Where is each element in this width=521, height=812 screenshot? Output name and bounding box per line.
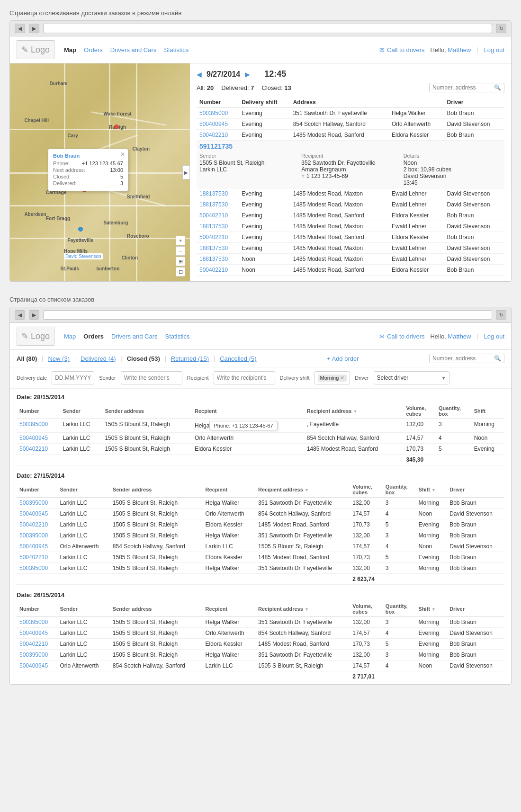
- user-link-2[interactable]: Matthew: [448, 333, 471, 340]
- date-filter-input[interactable]: [52, 371, 94, 384]
- url-bar-1[interactable]: [43, 24, 492, 33]
- order-link-l13[interactable]: 500402210: [19, 641, 48, 647]
- expanded-details-col: Details Noon 2 box; 10,98 cubes David St…: [404, 153, 502, 186]
- map-city-smithfield: Smithfield: [127, 194, 150, 199]
- table-row: 188137530 Evening 1485 Modest Road, Maxt…: [197, 243, 504, 254]
- hello-text-2: Hello, Matthew: [430, 333, 471, 340]
- map-type-btn[interactable]: ⊞: [176, 257, 185, 266]
- popup-close-1[interactable]: ✕: [120, 151, 125, 158]
- user-link-1[interactable]: Matthew: [448, 46, 471, 54]
- filter-new[interactable]: New (3): [48, 355, 70, 362]
- filter-returned[interactable]: Returned (15): [171, 355, 209, 362]
- back-button-2[interactable]: ◀: [15, 310, 25, 320]
- nav-statistics-2[interactable]: Statistics: [165, 333, 189, 340]
- order-link-l15[interactable]: 500400945: [19, 662, 48, 669]
- order-link-l8[interactable]: 500400945: [19, 543, 48, 550]
- expanded-details-time: 13:45: [404, 179, 502, 186]
- order-link-l1[interactable]: 500395000: [19, 421, 48, 428]
- order-link-l3[interactable]: 500402210: [19, 446, 48, 452]
- expanded-cell-1: 591121735 Sender 1505 S Blount St, Ralei…: [197, 141, 504, 188]
- order-link-l10[interactable]: 500395000: [19, 565, 48, 571]
- list-item: 500395000 Larkin LLC 1505 S Blount St, R…: [17, 530, 504, 541]
- refresh-button-1[interactable]: ↻: [496, 24, 506, 33]
- list-item: 500402210 Larkin LLC 1505 S Blount St, R…: [17, 519, 504, 530]
- order-link-4[interactable]: 188137530: [199, 190, 228, 197]
- nav-orders-1[interactable]: Orders: [84, 46, 103, 54]
- map-city-durham: Durham: [50, 81, 68, 86]
- filter-cancelled[interactable]: Cancelled (5): [220, 355, 256, 362]
- driver-filter-dropdown[interactable]: Select driver ▼: [374, 371, 449, 384]
- nav-orders-2[interactable]: Orders: [83, 333, 104, 340]
- search-input-2[interactable]: [432, 355, 494, 362]
- order-link-l12[interactable]: 500400945: [19, 630, 48, 636]
- driver-label-david[interactable]: David Stevenson: [64, 253, 103, 259]
- recipient-filter-input[interactable]: [214, 371, 275, 384]
- back-button-1[interactable]: ◀: [15, 24, 25, 33]
- order-link-3[interactable]: 500402210: [199, 132, 228, 138]
- logout-link-1[interactable]: Log out: [484, 46, 504, 54]
- stat-closed-val: 13: [284, 84, 291, 91]
- order-link-l4[interactable]: 500395000: [19, 500, 48, 506]
- map-expand-btn[interactable]: ▶: [182, 165, 190, 179]
- stat-delivered-1: Delivered: 7: [221, 84, 254, 91]
- order-link-l5[interactable]: 500400945: [19, 510, 48, 517]
- order-link-l7[interactable]: 500395000: [19, 532, 48, 539]
- nav-map-2[interactable]: Map: [64, 333, 76, 340]
- order-link-5[interactable]: 188137530: [199, 201, 228, 208]
- order-link-7[interactable]: 188137530: [199, 223, 228, 230]
- nav-map-1[interactable]: Map: [64, 46, 76, 54]
- browser-frame-1: ◀ ▶ ↻ ✎ Logo Map Orders Drivers and Cars…: [9, 20, 512, 282]
- nav-drivers-1[interactable]: Drivers and Cars: [110, 46, 157, 54]
- list-item: 500402210 Larkin LLC 1505 S Blount St, R…: [17, 552, 504, 563]
- nav-statistics-1[interactable]: Statistics: [164, 46, 189, 54]
- map-street-btn[interactable]: ⊟: [176, 267, 185, 277]
- table-row: 500402210 Noon 1485 Modest Road, Sanford…: [197, 265, 504, 276]
- order-link-l6[interactable]: 500402210: [19, 521, 48, 528]
- search-input-1[interactable]: [432, 84, 494, 91]
- filter-all[interactable]: All (80): [17, 355, 37, 362]
- order-link-l11[interactable]: 500395000: [19, 619, 48, 625]
- zoom-out-btn[interactable]: −: [176, 246, 185, 256]
- sort-icon-1: ▼: [353, 409, 358, 414]
- order-link-11[interactable]: 500402210: [199, 267, 228, 273]
- sender-filter-input[interactable]: [121, 371, 182, 384]
- filter-closed[interactable]: Closed (53): [127, 355, 160, 362]
- list-total-row: 345,30: [17, 455, 504, 465]
- call-drivers-1[interactable]: ✉ Call to drivers: [379, 46, 424, 54]
- map-area-1[interactable]: Durham Chapel Hill Cary Wake Forest Rale…: [10, 63, 190, 281]
- zoom-in-btn[interactable]: +: [176, 236, 185, 245]
- search-icon-1: 🔍: [494, 84, 501, 91]
- filter-delivered[interactable]: Delivered (4): [81, 355, 116, 362]
- forward-button-1[interactable]: ▶: [29, 24, 39, 33]
- order-link-l14[interactable]: 500395000: [19, 651, 48, 658]
- add-order-btn[interactable]: + Add order: [327, 355, 359, 362]
- order-link-10[interactable]: 188137530: [199, 256, 228, 262]
- expanded-order-id[interactable]: 591121735: [199, 143, 502, 150]
- logout-link-2[interactable]: Log out: [484, 333, 504, 340]
- shift-tag-remove[interactable]: ✕: [340, 375, 344, 381]
- nav-drivers-2[interactable]: Drivers and Cars: [111, 333, 158, 340]
- date-next-1[interactable]: ▶: [245, 71, 250, 78]
- call-drivers-2[interactable]: ✉ Call to drivers: [379, 333, 424, 340]
- table-row: 500402210 Evening 1485 Modest Road, Sanf…: [197, 232, 504, 243]
- shift-filter[interactable]: Morning ✕: [314, 371, 350, 384]
- refresh-button-2[interactable]: ↻: [496, 310, 506, 320]
- map-city-aberdeen: Aberdeen: [24, 212, 46, 217]
- orders-list-table-2: Number Sender Sender address Recpient Re…: [17, 482, 504, 585]
- map-city-ftbragg: Fort Bragg: [46, 216, 70, 221]
- forward-button-2[interactable]: ▶: [29, 310, 39, 320]
- order-link-l9[interactable]: 500402210: [19, 554, 48, 561]
- date-prev-1[interactable]: ◀: [197, 71, 202, 78]
- call-drivers-label-2: Call to drivers: [387, 333, 424, 340]
- order-link-8[interactable]: 500402210: [199, 234, 228, 241]
- order-link-2[interactable]: 500400945: [199, 121, 228, 127]
- order-link-6[interactable]: 500402210: [199, 212, 228, 219]
- popup-name-1[interactable]: Bob Braun: [53, 153, 123, 159]
- order-link-1[interactable]: 500395000: [199, 110, 228, 116]
- driver-dropdown-label: Select driver: [377, 375, 409, 381]
- order-link-9[interactable]: 188137530: [199, 245, 228, 251]
- url-bar-2[interactable]: [43, 310, 492, 320]
- popup-phone-label: Phone:: [53, 161, 70, 166]
- table-row: 500400945 Evening 854 Scotch Hallway, Sa…: [197, 119, 504, 130]
- order-link-l2[interactable]: 500400945: [19, 435, 48, 441]
